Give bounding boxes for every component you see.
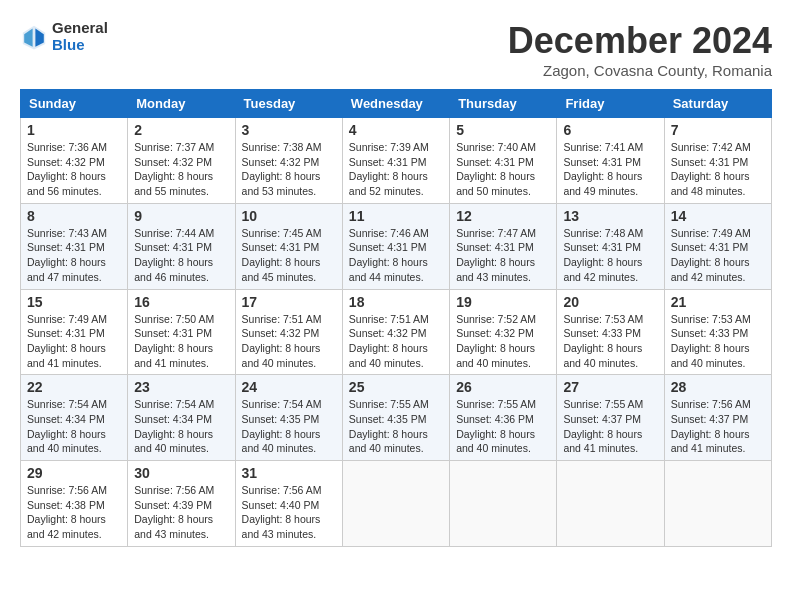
day-info: Sunrise: 7:54 AM Sunset: 4:34 PM Dayligh… (27, 397, 121, 456)
calendar-day-cell: 10 Sunrise: 7:45 AM Sunset: 4:31 PM Dayl… (235, 203, 342, 289)
day-info: Sunrise: 7:45 AM Sunset: 4:31 PM Dayligh… (242, 226, 336, 285)
day-info: Sunrise: 7:55 AM Sunset: 4:36 PM Dayligh… (456, 397, 550, 456)
day-info: Sunrise: 7:44 AM Sunset: 4:31 PM Dayligh… (134, 226, 228, 285)
day-number: 21 (671, 294, 765, 310)
calendar-day-cell: 8 Sunrise: 7:43 AM Sunset: 4:31 PM Dayli… (21, 203, 128, 289)
logo: General Blue (20, 20, 108, 53)
day-info: Sunrise: 7:50 AM Sunset: 4:31 PM Dayligh… (134, 312, 228, 371)
month-title: December 2024 (508, 20, 772, 62)
day-number: 18 (349, 294, 443, 310)
day-info: Sunrise: 7:48 AM Sunset: 4:31 PM Dayligh… (563, 226, 657, 285)
day-number: 8 (27, 208, 121, 224)
day-info: Sunrise: 7:38 AM Sunset: 4:32 PM Dayligh… (242, 140, 336, 199)
day-info: Sunrise: 7:47 AM Sunset: 4:31 PM Dayligh… (456, 226, 550, 285)
day-info: Sunrise: 7:56 AM Sunset: 4:40 PM Dayligh… (242, 483, 336, 542)
calendar-week-row: 1 Sunrise: 7:36 AM Sunset: 4:32 PM Dayli… (21, 118, 772, 204)
day-number: 12 (456, 208, 550, 224)
calendar-day-cell: 18 Sunrise: 7:51 AM Sunset: 4:32 PM Dayl… (342, 289, 449, 375)
calendar-day-cell: 7 Sunrise: 7:42 AM Sunset: 4:31 PM Dayli… (664, 118, 771, 204)
calendar-day-cell: 4 Sunrise: 7:39 AM Sunset: 4:31 PM Dayli… (342, 118, 449, 204)
calendar-day-cell: 30 Sunrise: 7:56 AM Sunset: 4:39 PM Dayl… (128, 461, 235, 547)
day-info: Sunrise: 7:56 AM Sunset: 4:39 PM Dayligh… (134, 483, 228, 542)
day-info: Sunrise: 7:49 AM Sunset: 4:31 PM Dayligh… (671, 226, 765, 285)
day-info: Sunrise: 7:39 AM Sunset: 4:31 PM Dayligh… (349, 140, 443, 199)
day-info: Sunrise: 7:43 AM Sunset: 4:31 PM Dayligh… (27, 226, 121, 285)
title-block: December 2024 Zagon, Covasna County, Rom… (508, 20, 772, 79)
day-number: 14 (671, 208, 765, 224)
column-header-tuesday: Tuesday (235, 90, 342, 118)
day-number: 24 (242, 379, 336, 395)
day-number: 13 (563, 208, 657, 224)
day-number: 3 (242, 122, 336, 138)
day-number: 30 (134, 465, 228, 481)
calendar-day-cell: 25 Sunrise: 7:55 AM Sunset: 4:35 PM Dayl… (342, 375, 449, 461)
day-number: 10 (242, 208, 336, 224)
calendar-day-cell: 5 Sunrise: 7:40 AM Sunset: 4:31 PM Dayli… (450, 118, 557, 204)
day-number: 27 (563, 379, 657, 395)
calendar-day-cell (342, 461, 449, 547)
calendar-table: SundayMondayTuesdayWednesdayThursdayFrid… (20, 89, 772, 547)
calendar-day-cell: 23 Sunrise: 7:54 AM Sunset: 4:34 PM Dayl… (128, 375, 235, 461)
calendar-day-cell: 21 Sunrise: 7:53 AM Sunset: 4:33 PM Dayl… (664, 289, 771, 375)
calendar-day-cell: 31 Sunrise: 7:56 AM Sunset: 4:40 PM Dayl… (235, 461, 342, 547)
day-info: Sunrise: 7:46 AM Sunset: 4:31 PM Dayligh… (349, 226, 443, 285)
day-number: 5 (456, 122, 550, 138)
day-number: 29 (27, 465, 121, 481)
calendar-day-cell: 19 Sunrise: 7:52 AM Sunset: 4:32 PM Dayl… (450, 289, 557, 375)
day-info: Sunrise: 7:54 AM Sunset: 4:34 PM Dayligh… (134, 397, 228, 456)
day-number: 17 (242, 294, 336, 310)
calendar-week-row: 22 Sunrise: 7:54 AM Sunset: 4:34 PM Dayl… (21, 375, 772, 461)
column-header-monday: Monday (128, 90, 235, 118)
calendar-day-cell: 26 Sunrise: 7:55 AM Sunset: 4:36 PM Dayl… (450, 375, 557, 461)
day-number: 15 (27, 294, 121, 310)
day-info: Sunrise: 7:51 AM Sunset: 4:32 PM Dayligh… (242, 312, 336, 371)
day-info: Sunrise: 7:52 AM Sunset: 4:32 PM Dayligh… (456, 312, 550, 371)
calendar-day-cell (557, 461, 664, 547)
day-number: 19 (456, 294, 550, 310)
day-info: Sunrise: 7:54 AM Sunset: 4:35 PM Dayligh… (242, 397, 336, 456)
calendar-day-cell: 28 Sunrise: 7:56 AM Sunset: 4:37 PM Dayl… (664, 375, 771, 461)
calendar-day-cell: 17 Sunrise: 7:51 AM Sunset: 4:32 PM Dayl… (235, 289, 342, 375)
day-number: 9 (134, 208, 228, 224)
day-number: 2 (134, 122, 228, 138)
day-info: Sunrise: 7:53 AM Sunset: 4:33 PM Dayligh… (563, 312, 657, 371)
day-number: 31 (242, 465, 336, 481)
logo-icon (20, 23, 48, 51)
day-info: Sunrise: 7:56 AM Sunset: 4:38 PM Dayligh… (27, 483, 121, 542)
calendar-day-cell: 11 Sunrise: 7:46 AM Sunset: 4:31 PM Dayl… (342, 203, 449, 289)
day-info: Sunrise: 7:55 AM Sunset: 4:37 PM Dayligh… (563, 397, 657, 456)
logo-text: General Blue (52, 20, 108, 53)
logo-blue: Blue (52, 37, 108, 54)
calendar-day-cell: 1 Sunrise: 7:36 AM Sunset: 4:32 PM Dayli… (21, 118, 128, 204)
location-subtitle: Zagon, Covasna County, Romania (508, 62, 772, 79)
calendar-week-row: 15 Sunrise: 7:49 AM Sunset: 4:31 PM Dayl… (21, 289, 772, 375)
column-header-friday: Friday (557, 90, 664, 118)
calendar-day-cell: 22 Sunrise: 7:54 AM Sunset: 4:34 PM Dayl… (21, 375, 128, 461)
calendar-week-row: 8 Sunrise: 7:43 AM Sunset: 4:31 PM Dayli… (21, 203, 772, 289)
calendar-day-cell: 14 Sunrise: 7:49 AM Sunset: 4:31 PM Dayl… (664, 203, 771, 289)
day-info: Sunrise: 7:37 AM Sunset: 4:32 PM Dayligh… (134, 140, 228, 199)
day-info: Sunrise: 7:51 AM Sunset: 4:32 PM Dayligh… (349, 312, 443, 371)
column-header-sunday: Sunday (21, 90, 128, 118)
day-info: Sunrise: 7:49 AM Sunset: 4:31 PM Dayligh… (27, 312, 121, 371)
calendar-day-cell: 9 Sunrise: 7:44 AM Sunset: 4:31 PM Dayli… (128, 203, 235, 289)
calendar-day-cell (664, 461, 771, 547)
calendar-day-cell (450, 461, 557, 547)
calendar-week-row: 29 Sunrise: 7:56 AM Sunset: 4:38 PM Dayl… (21, 461, 772, 547)
day-number: 6 (563, 122, 657, 138)
day-number: 16 (134, 294, 228, 310)
day-number: 1 (27, 122, 121, 138)
calendar-day-cell: 29 Sunrise: 7:56 AM Sunset: 4:38 PM Dayl… (21, 461, 128, 547)
calendar-day-cell: 15 Sunrise: 7:49 AM Sunset: 4:31 PM Dayl… (21, 289, 128, 375)
day-number: 4 (349, 122, 443, 138)
calendar-day-cell: 27 Sunrise: 7:55 AM Sunset: 4:37 PM Dayl… (557, 375, 664, 461)
calendar-day-cell: 20 Sunrise: 7:53 AM Sunset: 4:33 PM Dayl… (557, 289, 664, 375)
calendar-day-cell: 13 Sunrise: 7:48 AM Sunset: 4:31 PM Dayl… (557, 203, 664, 289)
page-header: General Blue December 2024 Zagon, Covasn… (20, 20, 772, 79)
day-number: 20 (563, 294, 657, 310)
calendar-day-cell: 24 Sunrise: 7:54 AM Sunset: 4:35 PM Dayl… (235, 375, 342, 461)
calendar-day-cell: 12 Sunrise: 7:47 AM Sunset: 4:31 PM Dayl… (450, 203, 557, 289)
day-number: 25 (349, 379, 443, 395)
day-info: Sunrise: 7:53 AM Sunset: 4:33 PM Dayligh… (671, 312, 765, 371)
logo-general: General (52, 20, 108, 37)
